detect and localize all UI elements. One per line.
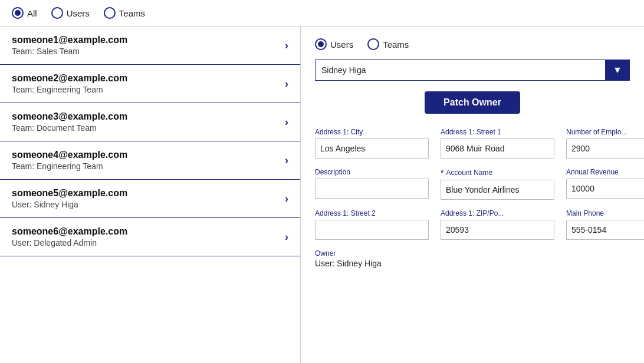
list-item-sub: Team: Sales Team — [12, 47, 127, 56]
filter-all-label: All — [27, 8, 37, 18]
field-input-addr1street2[interactable] — [315, 220, 429, 240]
field-group-accountname: *Account Name — [441, 168, 554, 200]
patch-owner-button[interactable]: Patch Owner — [425, 91, 520, 114]
fields-grid: Address 1: CityAddress 1: Street 1Number… — [315, 128, 630, 240]
field-group-numemplo: Number of Emplo... — [566, 128, 644, 159]
chevron-icon: › — [285, 39, 288, 52]
field-label-description: Description — [315, 168, 350, 176]
list-item-sub: User: Delegated Admin — [12, 238, 127, 248]
field-input-numemplo[interactable] — [566, 138, 644, 159]
field-group-mainphone: Main Phone — [566, 209, 644, 240]
list-item-text: someone3@example.com Team: Document Team — [12, 111, 127, 133]
radio-teams[interactable] — [104, 7, 116, 19]
owner-value: User: Sidney Higa — [315, 259, 630, 268]
filter-all[interactable]: All — [12, 7, 37, 19]
field-input-annualrevenue[interactable] — [566, 179, 644, 199]
list-item-email: someone2@example.com — [12, 73, 127, 84]
right-filter-teams[interactable]: Teams — [367, 38, 409, 50]
left-panel: someone1@example.com Team: Sales Team › … — [0, 27, 301, 363]
radio-users[interactable] — [51, 7, 63, 19]
field-input-description[interactable] — [315, 179, 429, 199]
list-item-text: someone6@example.com User: Delegated Adm… — [12, 226, 127, 248]
field-group-addr1street1: Address 1: Street 1 — [441, 128, 554, 159]
filter-teams-label: Teams — [119, 8, 145, 18]
list-item-text: someone4@example.com Team: Engineering T… — [12, 150, 127, 171]
field-group-addr1street2: Address 1: Street 2 — [315, 209, 429, 240]
owner-label: Owner — [315, 249, 630, 258]
list-item-sub: User: Sidney Higa — [12, 200, 127, 209]
right-filter-teams-label: Teams — [383, 39, 409, 50]
dropdown-arrow-icon: ▼ — [613, 65, 622, 75]
top-filter-bar: All Users Teams — [0, 0, 644, 27]
right-filter-users-label: Users — [330, 39, 353, 50]
field-label-row-accountname: *Account Name — [441, 168, 554, 177]
owner-dropdown-wrapper: ▼ — [315, 60, 630, 81]
chevron-icon: › — [285, 78, 288, 90]
list-item[interactable]: someone3@example.com Team: Document Team… — [0, 103, 300, 141]
main-content: someone1@example.com Team: Sales Team › … — [0, 27, 644, 363]
owner-dropdown-btn[interactable]: ▼ — [605, 60, 630, 81]
field-label-addr1street2: Address 1: Street 2 — [315, 209, 376, 217]
field-label-annualrevenue: Annual Revenue — [566, 168, 619, 176]
field-input-addr1zip[interactable] — [441, 220, 554, 240]
field-label-row-numemplo: Number of Emplo... — [566, 128, 644, 136]
field-group-addr1city: Address 1: City — [315, 128, 429, 159]
list-item[interactable]: someone1@example.com Team: Sales Team › — [0, 27, 300, 65]
list-item-sub: Team: Engineering Team — [12, 161, 127, 171]
chevron-icon: › — [285, 116, 288, 128]
owner-section: Owner User: Sidney Higa — [315, 249, 630, 268]
field-label-row-addr1street2: Address 1: Street 2 — [315, 209, 429, 217]
field-label-addr1city: Address 1: City — [315, 128, 363, 136]
field-label-addr1street1: Address 1: Street 1 — [441, 128, 501, 136]
list-item-email: someone4@example.com — [12, 150, 127, 160]
field-label-addr1zip: Address 1: ZIP/Po... — [441, 209, 504, 217]
chevron-icon: › — [285, 154, 288, 167]
list-item-text: someone5@example.com User: Sidney Higa — [12, 188, 127, 209]
required-star-accountname: * — [441, 168, 443, 177]
list-item[interactable]: someone2@example.com Team: Engineering T… — [0, 65, 300, 103]
owner-dropdown-input[interactable] — [315, 60, 605, 81]
chevron-icon: › — [285, 231, 288, 243]
right-radio-teams[interactable] — [367, 38, 379, 50]
filter-teams[interactable]: Teams — [104, 7, 145, 19]
list-item-email: someone6@example.com — [12, 226, 127, 237]
field-group-addr1zip: Address 1: ZIP/Po... — [441, 209, 554, 240]
filter-users[interactable]: Users — [51, 7, 90, 19]
right-radio-users[interactable] — [315, 38, 327, 50]
field-group-description: Description — [315, 168, 429, 200]
right-filter-bar: Users Teams — [315, 38, 630, 50]
list-item-email: someone3@example.com — [12, 111, 127, 122]
list-item-text: someone2@example.com Team: Engineering T… — [12, 73, 127, 94]
field-label-accountname: Account Name — [446, 169, 492, 177]
field-input-addr1city[interactable] — [315, 138, 429, 159]
field-label-mainphone: Main Phone — [566, 209, 604, 217]
list-item[interactable]: someone4@example.com Team: Engineering T… — [0, 141, 300, 180]
field-label-row-description: Description — [315, 168, 429, 176]
field-label-row-addr1zip: Address 1: ZIP/Po... — [441, 209, 554, 217]
list-item-email: someone1@example.com — [12, 35, 127, 45]
chevron-icon: › — [285, 193, 288, 205]
field-label-row-mainphone: Main Phone — [566, 209, 644, 217]
list-item-email: someone5@example.com — [12, 188, 127, 199]
field-input-accountname[interactable] — [441, 180, 554, 200]
field-label-row-addr1city: Address 1: City — [315, 128, 429, 136]
list-item[interactable]: someone5@example.com User: Sidney Higa › — [0, 180, 300, 218]
field-label-row-annualrevenue: Annual Revenue — [566, 168, 644, 176]
list-item[interactable]: someone6@example.com User: Delegated Adm… — [0, 218, 300, 256]
right-filter-users[interactable]: Users — [315, 38, 353, 50]
field-input-addr1street1[interactable] — [441, 138, 554, 159]
list-item-sub: Team: Document Team — [12, 123, 127, 133]
list-item-text: someone1@example.com Team: Sales Team — [12, 35, 127, 56]
field-group-annualrevenue: Annual Revenue — [566, 168, 644, 200]
field-label-numemplo: Number of Emplo... — [566, 128, 627, 136]
right-panel: Users Teams ▼ Patch Owner Address 1: Cit… — [301, 27, 644, 363]
filter-users-label: Users — [67, 8, 90, 18]
list-item-sub: Team: Engineering Team — [12, 85, 127, 94]
radio-all[interactable] — [12, 7, 24, 19]
field-label-row-addr1street1: Address 1: Street 1 — [441, 128, 554, 136]
field-input-mainphone[interactable] — [566, 220, 644, 240]
